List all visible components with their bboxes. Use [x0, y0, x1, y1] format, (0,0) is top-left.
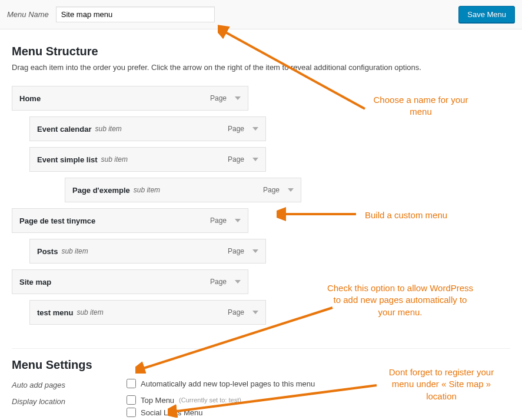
menu-item-title: Home	[19, 94, 41, 103]
menu-item-type: Page	[210, 278, 227, 286]
menu-item[interactable]: Site mapPage	[12, 269, 248, 294]
chevron-down-icon[interactable]	[288, 188, 294, 192]
display-location-row: Display location Top Menu (Currently set…	[12, 394, 510, 420]
menu-item[interactable]: Event calendarsub itemPage	[29, 116, 266, 141]
auto-add-pages-option[interactable]: Automatically add new top-level pages to…	[127, 379, 315, 388]
menu-item-type: Page	[210, 94, 227, 102]
auto-add-pages-text: Automatically add new top-level pages to…	[141, 379, 315, 388]
menu-item-title: Page de test tinymce	[19, 216, 95, 225]
menu-item-title: Page d'exemple	[72, 186, 130, 195]
menu-item-title: test menu	[37, 308, 73, 317]
menu-item-type: Page	[228, 308, 244, 316]
menu-item-controls: Page	[228, 125, 258, 133]
display-location-checkbox[interactable]	[127, 408, 136, 417]
menu-item-controls: Page	[263, 186, 294, 194]
chevron-down-icon[interactable]	[235, 96, 241, 100]
chevron-down-icon[interactable]	[235, 280, 241, 284]
divider	[12, 348, 510, 349]
menu-structure-heading: Menu Structure	[12, 45, 510, 58]
menu-item-controls: Page	[210, 278, 241, 286]
menu-name-input[interactable]	[56, 6, 215, 22]
menu-item-controls: Page	[210, 94, 241, 102]
sub-item-label: sub item	[61, 247, 88, 255]
menu-edit-header: Menu Name Save Menu	[0, 0, 522, 29]
auto-add-pages-checkbox[interactable]	[127, 379, 136, 388]
menu-item[interactable]: Postssub itemPage	[29, 239, 266, 264]
menu-settings-heading: Menu Settings	[12, 358, 510, 372]
display-location-text: Social Links Menu	[141, 408, 203, 417]
menu-item-type: Page	[228, 125, 244, 133]
menu-item-controls: Page	[210, 216, 241, 225]
save-menu-button[interactable]: Save Menu	[458, 6, 515, 23]
menu-item-controls: Page	[228, 155, 258, 164]
auto-add-pages-row: Auto add pages Automatically add new top…	[12, 378, 510, 391]
sub-item-label: sub item	[134, 186, 160, 194]
sub-item-label: sub item	[77, 308, 103, 316]
display-location-note: (Currently set to: test)	[179, 396, 241, 404]
menu-item-controls: Page	[228, 308, 258, 316]
auto-add-pages-label: Auto add pages	[12, 379, 127, 389]
display-location-label: Display location	[12, 395, 127, 406]
chevron-down-icon[interactable]	[252, 158, 258, 161]
menu-name-label: Menu Name	[7, 10, 49, 19]
display-location-option[interactable]: Top Menu (Currently set to: test)	[127, 395, 241, 405]
menu-item[interactable]: HomePage	[12, 86, 248, 111]
display-location-options: Top Menu (Currently set to: test)Social …	[127, 395, 241, 420]
chevron-down-icon[interactable]	[252, 127, 258, 131]
menu-item-type: Page	[228, 247, 244, 255]
chevron-down-icon[interactable]	[252, 311, 258, 314]
sub-item-label: sub item	[101, 155, 128, 164]
menu-item-controls: Page	[228, 247, 258, 255]
menu-item-type: Page	[210, 216, 227, 225]
display-location-text: Top Menu	[141, 396, 174, 405]
display-location-checkbox[interactable]	[127, 395, 136, 405]
menu-item-type: Page	[228, 155, 244, 164]
menu-item-title: Site map	[19, 278, 51, 286]
menu-item-type: Page	[263, 186, 280, 194]
chevron-down-icon[interactable]	[235, 219, 241, 222]
chevron-down-icon[interactable]	[252, 249, 258, 253]
menu-item[interactable]: Page de test tinymcePage	[12, 208, 248, 233]
menu-item-title: Posts	[37, 247, 58, 256]
menu-item[interactable]: test menusub itemPage	[29, 300, 266, 325]
menu-item-title: Event calendar	[37, 125, 92, 134]
sub-item-label: sub item	[95, 125, 122, 133]
menu-item[interactable]: Page d'exemplesub itemPage	[65, 178, 301, 202]
menu-items-list: HomePageEvent calendarsub itemPageEvent …	[12, 86, 510, 325]
menu-item-title: Event simple list	[37, 155, 98, 164]
menu-structure-description: Drag each item into the order you prefer…	[12, 63, 510, 72]
menu-name-group: Menu Name	[7, 6, 215, 22]
display-location-option[interactable]: Social Links Menu	[127, 408, 241, 417]
menu-item[interactable]: Event simple listsub itemPage	[29, 147, 266, 172]
